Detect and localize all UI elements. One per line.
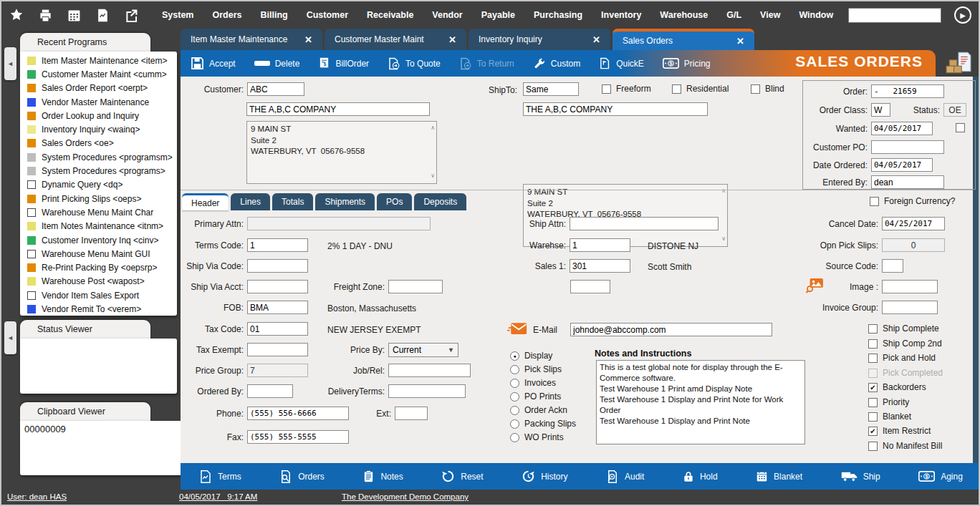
menu-purchasing[interactable]: Purchasing [534,10,582,20]
customer-name-input[interactable] [246,102,430,116]
close-icon[interactable]: ✕ [736,36,744,47]
list-item[interactable]: Dynamic Query <dq> [20,178,177,192]
subtab-pos[interactable]: POs [377,193,412,210]
checkbox-icon[interactable] [868,339,878,349]
favorites-star-icon[interactable] [9,8,24,22]
menu-orders[interactable]: Orders [212,10,241,20]
entered-by-input[interactable] [871,175,944,189]
export-icon[interactable] [123,9,139,22]
list-item[interactable]: System Procedures <programsm> [20,150,177,164]
ordered-by-input[interactable] [247,384,293,398]
order-class-input[interactable] [871,103,890,117]
close-icon[interactable]: ✕ [304,34,312,45]
notes-textarea[interactable]: This is a test global note for display t… [596,360,805,444]
menu-payable[interactable]: Payable [481,10,515,20]
price-by-select[interactable]: Current ▼ [388,343,458,357]
to-return-button[interactable]: To Return [459,57,514,70]
packing-slips-radio[interactable]: Packing Slips [510,419,576,429]
radio-icon[interactable] [510,406,519,415]
blanket-button[interactable]: Blanket [756,470,802,482]
accept-button[interactable]: Accept [191,57,236,70]
backorders-checkbox[interactable]: ✔Backorders [868,382,926,392]
list-item[interactable]: Order Lookup and Inquiry [20,109,177,122]
menu-billing[interactable]: Billing [260,10,287,20]
tab-sales-orders[interactable]: Sales Orders ✕ [612,29,754,50]
list-item[interactable]: Customer Master Maint <cumm> [20,67,177,81]
fax-input[interactable] [247,430,349,444]
list-item[interactable]: Sales Order Report <oerpt> [20,82,177,95]
menu-system[interactable]: System [162,10,193,20]
email-input[interactable] [570,323,772,336]
tab-customer-master-maint[interactable]: Customer Master Maint ✕ [325,29,466,50]
scroll-up-icon[interactable]: ∧ [721,188,726,195]
ship-via-acct-input[interactable] [247,280,308,293]
radio-icon[interactable] [510,392,519,402]
sales1-input[interactable] [570,259,630,273]
shipto-name-input[interactable] [523,102,708,116]
checkbox-icon[interactable] [868,398,878,407]
shipto-code-input[interactable] [523,82,579,96]
image-input[interactable] [882,280,938,293]
menu-warehouse[interactable]: Warehouse [660,10,708,20]
invoices-radio[interactable]: Invoices [510,378,556,388]
custom-button[interactable]: Custom [533,57,580,70]
subtab-shipments[interactable]: Shipments [315,193,375,210]
item-restrict-checkbox[interactable]: ✔Item Restrict [868,426,931,436]
scroll-up-icon[interactable]: ∧ [431,125,435,132]
aging-button[interactable]: $ Aging [918,471,963,482]
image-search-icon[interactable] [805,278,824,296]
delete-button[interactable]: Delete [254,59,300,69]
menu-receivable[interactable]: Receivable [367,10,413,20]
hold-button[interactable]: Hold [683,471,718,482]
radio-icon[interactable] [510,365,519,374]
freight-zone-input[interactable] [388,280,443,293]
sidebar-collapse-button-bottom[interactable]: ◄ [4,321,16,354]
list-item[interactable]: Vendor Remit To <verem> [20,302,177,316]
notes-button[interactable]: Notes [362,470,403,482]
list-item[interactable]: Item Master Maintenance <item> [20,54,177,67]
priority-checkbox[interactable]: Priority [868,397,909,407]
menu-window[interactable]: Window [799,10,833,20]
customer-address-box[interactable]: 9 MAIN ST Suite 2 WATERBURY, VT 05676-95… [246,121,437,184]
blanket-checkbox[interactable]: Blanket [868,412,911,422]
price-group-input[interactable] [247,364,308,377]
ext-input[interactable] [395,407,428,420]
checkbox-icon[interactable] [602,84,611,94]
go-circle-icon[interactable]: ▶ [954,6,971,24]
status-user-link[interactable]: User: dean HAS [7,492,67,501]
customer-po-input[interactable] [871,140,944,154]
phone-input[interactable] [247,407,349,420]
order-boxes-icon[interactable] [946,52,971,77]
ship-via-code-input[interactable] [247,259,308,273]
list-item[interactable]: System Procedures <programs> [20,164,177,177]
checkbox-icon[interactable] [672,84,681,94]
delivery-terms-input[interactable] [388,384,466,398]
date-ordered-input[interactable] [871,158,933,172]
calendar-icon[interactable] [66,9,82,22]
source-code-input[interactable] [882,259,903,273]
sidebar-collapse-button-top[interactable]: ◄ [4,47,16,80]
quicke-button[interactable]: QuickE [599,57,644,69]
history-button[interactable]: History [522,469,567,483]
shipto-address-box[interactable]: 9 MAIN ST Suite 2 WATERBURY, VT 05676-95… [523,184,728,247]
radio-icon[interactable] [510,419,519,429]
fob-input[interactable] [247,301,308,314]
menu-vendor[interactable]: Vendor [432,10,462,20]
menu-inventory[interactable]: Inventory [601,10,641,20]
blind-checkbox[interactable]: Blind [751,84,784,94]
radio-icon[interactable] [510,379,519,388]
checkbox-icon[interactable]: ✔ [868,383,878,392]
checkbox-icon[interactable] [751,84,760,94]
list-item[interactable]: Print Picking Slips <oeps> [20,192,177,205]
list-item[interactable]: Re-Print Packing By <oepsrp> [20,261,177,274]
list-item[interactable]: Vendor Item Sales Export [20,288,177,302]
subtab-totals[interactable]: Totals [272,193,313,210]
checkbox-icon[interactable] [868,354,878,363]
close-icon[interactable]: ✕ [592,34,600,45]
subtab-header[interactable]: Header [182,193,229,210]
customer-code-input[interactable] [247,82,304,96]
checkbox-icon[interactable] [870,197,879,206]
wanted-date-input[interactable] [871,122,933,135]
freeform-checkbox[interactable]: Freeform [602,84,651,94]
ship-attn-input[interactable] [570,217,719,230]
